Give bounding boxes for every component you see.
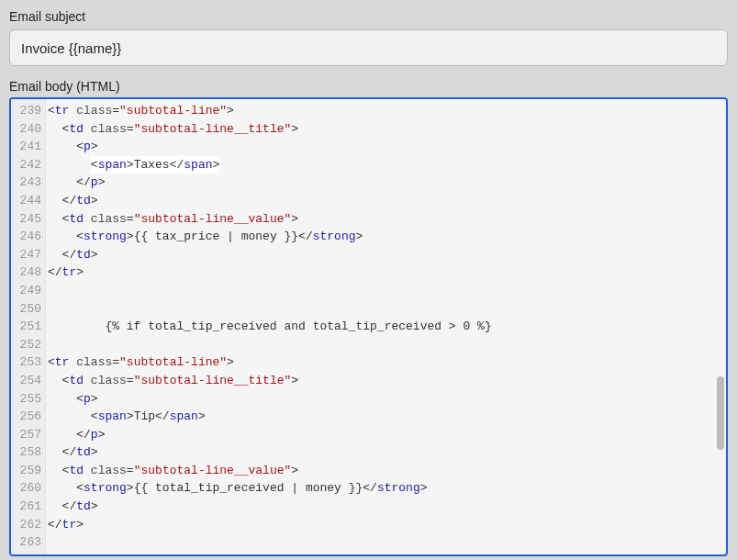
email-subject-label: Email subject (9, 9, 728, 24)
email-subject-input[interactable] (9, 29, 728, 66)
scrollbar-thumb[interactable] (717, 376, 724, 450)
code-area[interactable]: <tr class="subtotal-line"> <td class="su… (46, 99, 726, 554)
email-body-label: Email body (HTML) (9, 79, 728, 94)
code-gutter: 2392402412422432442452462472482492502512… (11, 99, 46, 554)
email-body-editor[interactable]: 2392402412422432442452462472482492502512… (9, 97, 728, 556)
editor-scrollbar[interactable] (715, 103, 724, 551)
